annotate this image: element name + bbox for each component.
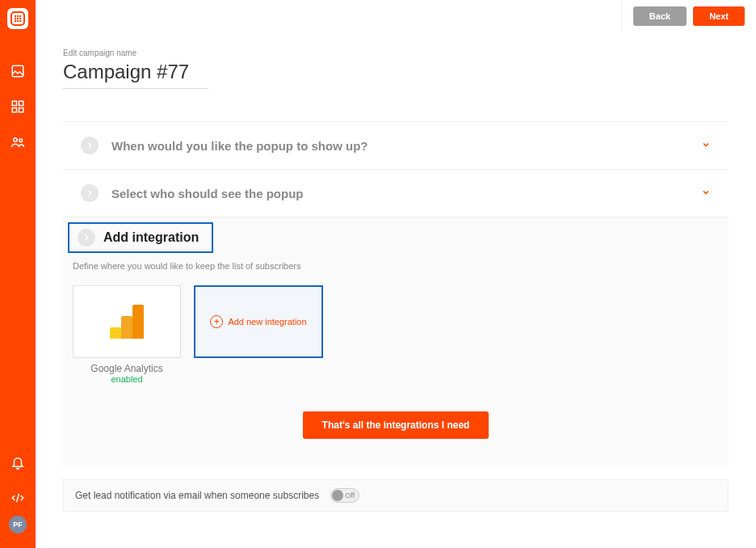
arrow-right-icon	[81, 137, 99, 154]
arrow-right-icon	[81, 184, 99, 202]
svg-point-8	[17, 20, 19, 22]
svg-point-3	[19, 15, 21, 17]
section-who[interactable]: Select who should see the popup	[63, 170, 729, 217]
app-logo[interactable]	[7, 8, 28, 29]
main: Back Next Edit campaign name Campaign #7…	[36, 0, 756, 548]
integration-status: enabled	[73, 374, 181, 384]
svg-point-2	[17, 15, 19, 17]
svg-point-6	[19, 18, 21, 19]
svg-rect-13	[12, 108, 16, 112]
svg-line-17	[17, 494, 19, 503]
svg-point-4	[15, 18, 16, 19]
campaign-name-input[interactable]: Campaign #77	[63, 61, 208, 89]
svg-point-9	[19, 20, 21, 22]
notification-toggle[interactable]: Off	[330, 488, 359, 503]
nav-people-icon[interactable]	[10, 134, 26, 150]
user-avatar[interactable]: PF	[9, 516, 27, 533]
svg-point-1	[15, 15, 16, 17]
section-who-title: Select who should see the popup	[111, 187, 701, 200]
section-when-title: When would you like the popup to show up…	[111, 139, 701, 153]
notification-row: Get lead notification via email when som…	[63, 479, 729, 512]
integration-subtitle: Define where you would like to keep the …	[73, 261, 729, 271]
toggle-off-label: Off	[345, 491, 355, 500]
arrow-right-icon	[78, 229, 95, 247]
sidebar: PF	[0, 0, 36, 548]
integrations-done-button[interactable]: That's all the integrations I need	[303, 411, 489, 439]
edit-campaign-label: Edit campaign name	[63, 48, 729, 57]
section-integration: Add integration Define where you would l…	[63, 217, 729, 466]
google-analytics-icon	[110, 305, 144, 339]
chevron-down-icon	[701, 188, 711, 200]
back-button[interactable]: Back	[633, 6, 687, 26]
svg-point-7	[15, 20, 16, 22]
svg-point-16	[19, 139, 23, 142]
notification-text: Get lead notification via email when som…	[75, 490, 319, 501]
integration-name: Google Analytics	[73, 363, 181, 374]
integration-header[interactable]: Add integration	[68, 222, 213, 253]
plus-circle-icon: +	[210, 315, 223, 328]
svg-point-5	[17, 18, 19, 19]
add-integration-label: Add new integration	[228, 317, 306, 327]
add-integration-button[interactable]: + Add new integration	[194, 285, 323, 358]
svg-rect-11	[12, 101, 16, 105]
integration-title: Add integration	[103, 230, 199, 245]
integration-card[interactable]: Google Analytics enabled	[73, 285, 181, 384]
svg-rect-10	[12, 65, 23, 77]
chevron-down-icon	[701, 140, 711, 152]
topbar: Back Next	[621, 0, 756, 32]
svg-rect-14	[19, 108, 23, 112]
nav-grid-icon[interactable]	[10, 99, 26, 115]
nav-code-icon[interactable]	[10, 490, 26, 506]
svg-point-15	[14, 138, 18, 142]
nav-image-icon[interactable]	[10, 63, 26, 79]
next-button[interactable]: Next	[693, 6, 745, 26]
section-when[interactable]: When would you like the popup to show up…	[63, 122, 729, 170]
svg-rect-12	[19, 101, 23, 105]
nav-bell-icon[interactable]	[10, 454, 26, 470]
